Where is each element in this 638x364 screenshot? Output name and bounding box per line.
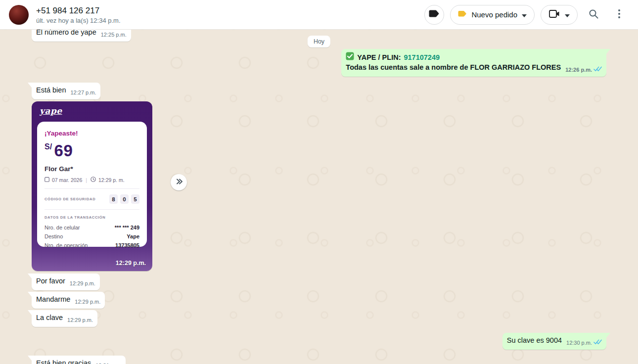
video-call-button[interactable] (541, 5, 578, 25)
transaction-data-label: DATOS DE LA TRANSACCIÓN (45, 215, 139, 220)
message-time: 12:30 p.m. (566, 338, 592, 348)
message-bubble-outgoing[interactable]: Su clave es 900412:30 p.m. (502, 333, 606, 350)
header-actions: Nuevo pedido (424, 5, 629, 25)
message-time: 12:29 p.m. (70, 279, 95, 288)
clock-icon (91, 177, 96, 183)
security-digit: 5 (131, 194, 139, 204)
message-time: 12:31 p.m. (95, 361, 121, 364)
message-text: Su clave es 9004 (507, 336, 562, 344)
transaction-row-value: *** *** 249 (115, 223, 139, 232)
message-time: 12:25 p.m. (101, 30, 127, 40)
receipt-datetime: 07 mar. 2026 | 12:29 p. m. (45, 177, 139, 183)
message-bubble-incoming[interactable]: Mandarme12:29 p.m. (32, 292, 105, 309)
message-bubble-incoming[interactable]: Está bien gracias12:31 p.m. (32, 356, 126, 364)
security-digit: 8 (109, 194, 118, 204)
label-icon (429, 9, 440, 20)
search-icon (588, 8, 599, 21)
message-time: 12:29 p.m. (67, 316, 93, 325)
message-text: Todas las cuentas sale a nombre de FLOR … (346, 63, 561, 71)
receipt-time: 12:29 p. m. (98, 177, 125, 183)
message-bubble-incoming[interactable]: Por favor12:29 p.m. (32, 273, 100, 290)
order-label-icon (458, 10, 467, 19)
read-receipt-icon (592, 338, 602, 348)
security-digit: 0 (120, 194, 129, 204)
read-receipt-icon (592, 65, 602, 75)
search-button[interactable] (584, 5, 603, 25)
message-bubble-incoming[interactable]: Está bien12:27 p.m. (32, 83, 100, 99)
video-camera-icon (548, 9, 560, 21)
receipt-date: 07 mar. 2026 (52, 177, 82, 183)
contact-info[interactable]: +51 984 126 217 últ. vez hoy a la(s) 12:… (36, 5, 121, 24)
last-seen-status: últ. vez hoy a la(s) 12:34 p.m. (36, 17, 121, 24)
transaction-row-label: Nro. de operación (45, 241, 88, 250)
forward-icon (175, 178, 183, 187)
receipt-recipient: Flor Gar* (45, 165, 139, 173)
yape-receipt-card: ¡Yapeaste! S/ 69 Flor Gar* 07 mar. 2026 … (37, 122, 147, 247)
message-text: Está bien gracias (36, 359, 91, 364)
date-divider: Hoy (308, 36, 330, 47)
contact-name[interactable]: +51 984 126 217 (36, 5, 121, 16)
transaction-row-value: 13735805 (115, 241, 139, 250)
message-time: 12:26 p.m. (565, 65, 592, 75)
message-time: 12:29 p.m. (75, 297, 100, 307)
check-box-emoji-icon (346, 52, 354, 63)
transaction-row: Nro. de celular *** *** 249 (45, 223, 139, 232)
receipt-amount: S/ 69 (45, 141, 139, 160)
security-code-label: CÓDIGO DE SEGURIDAD (45, 197, 95, 201)
image-message-time: 12:29 p.m. (116, 260, 146, 267)
message-text: La clave (36, 314, 63, 321)
currency-symbol: S/ (45, 142, 52, 151)
kebab-menu-icon (618, 9, 620, 20)
chevron-down-icon (522, 10, 527, 19)
message-time: 12:27 p.m. (70, 88, 96, 97)
message-text: Por favor (36, 277, 65, 285)
forward-message-button[interactable] (171, 174, 187, 190)
message-bubble-incoming[interactable]: La clave12:29 p.m. (32, 310, 97, 327)
transaction-row-label: Nro. de celular (45, 223, 80, 232)
receipt-title: ¡Yapeaste! (45, 130, 139, 137)
message-bubble-incoming[interactable]: El número de yape12:25 p.m. (32, 30, 131, 42)
avatar[interactable] (9, 5, 29, 25)
security-code-row: CÓDIGO DE SEGURIDAD 8 0 5 (45, 194, 139, 204)
chat-panel: Hoy El número de yape12:25 p.m. YAPE / P… (0, 30, 638, 364)
transaction-row-value: Yape (127, 232, 139, 241)
new-order-label: Nuevo pedido (471, 10, 517, 19)
transaction-row: Destino Yape (45, 232, 139, 241)
transaction-row-label: Destino (45, 232, 63, 241)
message-bubble-outgoing[interactable]: YAPE / PLIN: 917107249 Todas las cuentas… (341, 49, 606, 77)
labels-button[interactable] (424, 5, 444, 25)
message-text: Está bien (36, 86, 66, 94)
calendar-icon (45, 177, 49, 183)
amount-value: 69 (54, 141, 73, 160)
yape-logo: yape (40, 106, 62, 116)
chevron-down-icon (565, 10, 570, 19)
transaction-row: Nro. de operación 13735805 (45, 241, 139, 250)
chat-header: +51 984 126 217 últ. vez hoy a la(s) 12:… (0, 0, 638, 30)
phone-number-link[interactable]: 917107249 (404, 53, 440, 62)
separator: | (86, 177, 87, 183)
message-text: El número de yape (36, 30, 96, 36)
new-order-button[interactable]: Nuevo pedido (450, 5, 535, 25)
menu-button[interactable] (609, 5, 629, 25)
yape-receipt-image-message[interactable]: yape ¡Yapeaste! S/ 69 Flor Gar* 07 mar. … (32, 101, 152, 271)
message-text: Mandarme (36, 295, 70, 303)
message-text: YAPE / PLIN: (357, 53, 401, 62)
security-code-digits: 8 0 5 (109, 194, 139, 204)
